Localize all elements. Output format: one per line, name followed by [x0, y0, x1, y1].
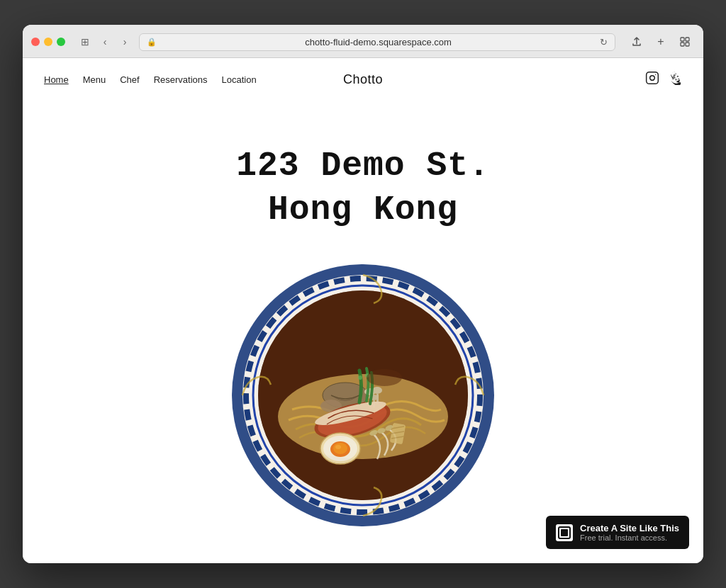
site-title: Chotto — [343, 72, 383, 87]
browser-window: ⊞ ‹ › 🔒 chotto-fluid-demo.squarespace.co… — [23, 25, 703, 563]
svg-rect-2 — [681, 43, 684, 46]
forward-button[interactable]: › — [116, 33, 133, 50]
lock-icon: 🔒 — [147, 38, 157, 47]
svg-point-6 — [655, 74, 656, 75]
refresh-button[interactable]: ↻ — [600, 37, 608, 47]
browser-chrome: ⊞ ‹ › 🔒 chotto-fluid-demo.squarespace.co… — [23, 25, 703, 58]
svg-point-22 — [372, 387, 382, 394]
nav-reservations[interactable]: Reservations — [154, 74, 208, 85]
svg-rect-1 — [686, 38, 689, 41]
main-navigation: Home Menu Chef Reservations Location Cho… — [23, 58, 703, 101]
website-content: Home Menu Chef Reservations Location Cho… — [23, 58, 703, 563]
social-links — [645, 71, 682, 89]
browser-controls: ⊞ ‹ › — [77, 33, 133, 50]
squarespace-text: Create A Site Like This Free trial. Inst… — [580, 523, 679, 542]
svg-point-30 — [358, 375, 362, 380]
nav-menu[interactable]: Menu — [83, 74, 106, 85]
svg-point-5 — [650, 76, 655, 81]
minimize-button[interactable] — [44, 38, 52, 46]
bowl-image — [221, 254, 505, 537]
back-button[interactable]: ‹ — [96, 33, 113, 50]
nav-location[interactable]: Location — [222, 74, 257, 85]
svg-rect-0 — [681, 38, 684, 41]
svg-point-36 — [333, 443, 347, 454]
new-tab-button[interactable]: + — [651, 32, 671, 52]
hero-section: 123 Demo St. Hong Kong — [23, 101, 703, 563]
browser-actions: + — [627, 32, 695, 52]
nav-chef[interactable]: Chef — [120, 74, 139, 85]
banner-sub-text: Free trial. Instant access. — [580, 533, 679, 542]
banner-main-text: Create A Site Like This — [580, 523, 679, 533]
tab-overview-button[interactable] — [675, 32, 695, 52]
squarespace-logo — [556, 524, 573, 541]
hero-text: 123 Demo St. Hong Kong — [236, 144, 490, 232]
close-button[interactable] — [31, 38, 40, 46]
maximize-button[interactable] — [57, 38, 65, 46]
svg-rect-4 — [647, 72, 659, 84]
browser-view-toggle[interactable]: ⊞ — [77, 33, 94, 50]
svg-point-42 — [367, 369, 402, 386]
nav-links: Home Menu Chef Reservations Location — [44, 74, 257, 85]
yelp-icon[interactable] — [668, 71, 682, 89]
traffic-lights — [31, 38, 65, 46]
instagram-icon[interactable] — [645, 71, 659, 89]
hero-title-line2: Hong Kong — [236, 188, 490, 232]
squarespace-banner[interactable]: Create A Site Like This Free trial. Inst… — [546, 516, 689, 549]
url-text: chotto-fluid-demo.squarespace.com — [161, 37, 596, 47]
share-button[interactable] — [627, 32, 647, 52]
svg-point-37 — [335, 445, 341, 449]
hero-title-line1: 123 Demo St. — [236, 144, 490, 188]
address-bar[interactable]: 🔒 chotto-fluid-demo.squarespace.com ↻ — [139, 33, 615, 51]
svg-rect-44 — [561, 529, 568, 536]
nav-home[interactable]: Home — [44, 74, 69, 85]
svg-rect-3 — [686, 43, 689, 46]
